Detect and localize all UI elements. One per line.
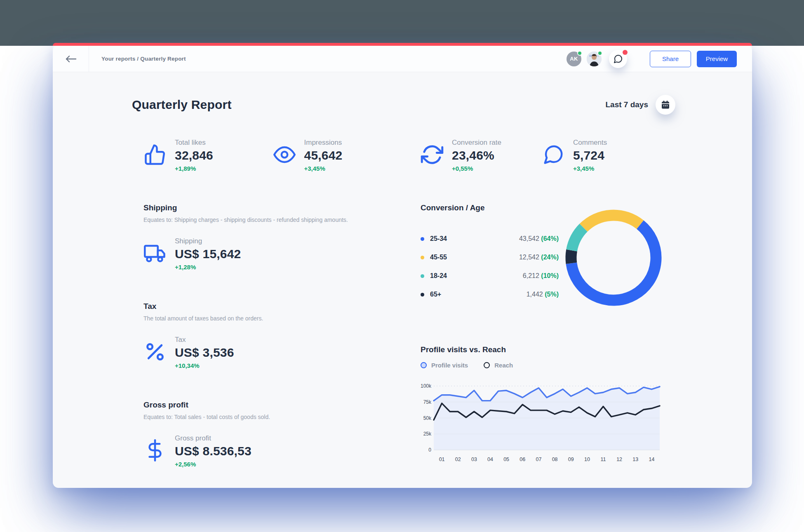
percent-icon <box>143 341 167 363</box>
section-profile-visits: Profile visits vs. Reach Profile visits … <box>421 345 663 464</box>
legend-reach[interactable]: Reach <box>484 362 513 369</box>
svg-text:07: 07 <box>536 457 541 462</box>
back-arrow-icon <box>65 56 77 62</box>
legend-row-18-24: 18-24 6,212 (10%) <box>421 271 559 281</box>
svg-text:02: 02 <box>455 457 461 462</box>
stat-comments: Comments 5,724 +3,45% <box>542 139 663 172</box>
right-column: Conversion rate 23,46% +0,55% Comments 5… <box>416 139 663 468</box>
stat-total-likes: Total likes 32,846 +1,89% <box>143 139 273 172</box>
comments-button[interactable] <box>609 50 627 68</box>
legend-profile-visits[interactable]: Profile visits <box>421 362 468 369</box>
svg-text:75k: 75k <box>423 399 432 405</box>
preview-button[interactable]: Preview <box>697 51 737 67</box>
shipping-stat: Shipping US$ 15,642 +1,28% <box>143 237 402 271</box>
breadcrumb[interactable]: Your reports / Quarterly Report <box>101 56 186 62</box>
notification-dot <box>623 50 628 55</box>
svg-text:01: 01 <box>439 457 445 462</box>
legend-circle <box>484 362 490 368</box>
date-range-control: Last 7 days <box>606 95 676 115</box>
legend-dot <box>421 274 424 278</box>
calendar-button[interactable] <box>656 95 675 115</box>
svg-text:13: 13 <box>632 457 638 462</box>
top-navigation-bar: Your reports / Quarterly Report AK <box>53 46 752 72</box>
gross-profit-stat: Gross profit US$ 8.536,53 +2,56% <box>143 434 402 468</box>
svg-text:09: 09 <box>568 457 574 462</box>
svg-text:100k: 100k <box>421 383 432 389</box>
conversion-age-donut-chart <box>564 208 663 309</box>
svg-text:03: 03 <box>471 457 477 462</box>
conversion-age-legend: 25-34 43,542 (64%) 45-55 12,542 (24%) 18… <box>421 234 559 309</box>
tax-stat: Tax US$ 3,536 +10,34% <box>143 336 402 369</box>
dollar-icon <box>143 439 167 461</box>
legend-row-45-55: 45-55 12,542 (24%) <box>421 252 559 262</box>
chat-bubble-icon <box>613 54 623 64</box>
section-heading: Gross profit <box>143 400 402 410</box>
section-conversion-age: Conversion / Age 25-34 43,542 (64%) 45-5… <box>421 203 663 309</box>
legend-label: Profile visits <box>431 362 468 369</box>
svg-text:11: 11 <box>601 457 606 462</box>
refresh-icon <box>421 144 444 166</box>
desktop-background <box>0 0 804 46</box>
legend-row-65plus: 65+ 1,442 (5%) <box>421 290 559 299</box>
topbar-actions: AK Share Prev <box>561 50 752 68</box>
section-gross-profit: Gross profit Equates to: Total sales - t… <box>143 400 402 468</box>
legend-value: 43,542 (64%) <box>519 235 559 242</box>
legend-value: 12,542 (24%) <box>519 254 559 261</box>
legend-row-25-34: 25-34 43,542 (64%) <box>421 234 559 244</box>
svg-text:50k: 50k <box>423 415 432 421</box>
legend-dot <box>421 293 424 297</box>
svg-text:14: 14 <box>649 457 654 462</box>
online-status-dot <box>597 51 602 56</box>
stat-label: Impressions <box>304 139 343 147</box>
report-window: Your reports / Quarterly Report AK <box>53 43 752 488</box>
stat-value: 32,846 <box>175 148 213 162</box>
stat-label: Tax <box>175 336 234 344</box>
stat-delta: +10,34% <box>175 362 234 369</box>
section-subtitle: The total amount of taxes based on the o… <box>143 315 402 322</box>
avatar-ak[interactable]: AK <box>567 52 581 66</box>
svg-text:08: 08 <box>552 457 558 462</box>
avatar-initials: AK <box>570 56 578 62</box>
legend-label: Reach <box>494 362 513 369</box>
date-range-label[interactable]: Last 7 days <box>606 100 649 109</box>
calendar-icon <box>661 100 670 110</box>
back-button[interactable] <box>53 46 89 72</box>
legend-label: 65+ <box>430 291 441 298</box>
svg-text:10: 10 <box>584 457 590 462</box>
report-columns: Total likes 32,846 +1,89% Impressions 45… <box>132 139 663 468</box>
avatar-photo[interactable] <box>587 52 602 66</box>
svg-text:06: 06 <box>520 457 525 462</box>
stat-delta: +3,45% <box>304 165 343 172</box>
stat-delta: +2,56% <box>175 461 252 468</box>
legend-label: 18-24 <box>430 272 447 280</box>
svg-text:25k: 25k <box>423 431 432 437</box>
svg-text:04: 04 <box>487 457 493 462</box>
title-row: Quarterly Report Last 7 days <box>132 95 663 115</box>
svg-text:0: 0 <box>428 447 431 453</box>
stat-label: Total likes <box>175 139 213 147</box>
visits-legend: Profile visits Reach <box>421 362 663 369</box>
section-heading: Tax <box>143 302 402 311</box>
stat-delta: +0,55% <box>452 165 501 172</box>
accent-top-bar <box>53 43 752 46</box>
stat-delta: +3,45% <box>573 165 607 172</box>
visits-heading: Profile visits vs. Reach <box>421 345 663 354</box>
section-subtitle: Equates to: Total sales - total costs of… <box>143 414 402 420</box>
legend-circle <box>421 362 427 368</box>
legend-label: 25-34 <box>430 235 447 242</box>
legend-value: 6,212 (10%) <box>523 272 559 280</box>
stat-impressions: Impressions 45,642 +3,45% <box>273 139 402 172</box>
page-title: Quarterly Report <box>132 98 232 112</box>
section-subtitle: Equates to: Shipping charges - shipping … <box>143 217 402 223</box>
stat-value: 5,724 <box>573 148 607 162</box>
stat-label: Shipping <box>175 237 241 245</box>
share-button[interactable]: Share <box>650 51 691 67</box>
stat-delta: +1,28% <box>175 264 241 271</box>
legend-label: 45-55 <box>430 254 447 261</box>
stat-delta: +1,89% <box>175 165 213 172</box>
line-chart-svg: 100k75k50k25k001020304050607080910111213… <box>421 379 663 464</box>
thumbs-up-icon <box>143 144 167 166</box>
report-content: Quarterly Report Last 7 days <box>53 72 752 468</box>
donut-chart-svg <box>564 208 663 307</box>
kpi-row-left: Total likes 32,846 +1,89% Impressions 45… <box>143 139 402 172</box>
